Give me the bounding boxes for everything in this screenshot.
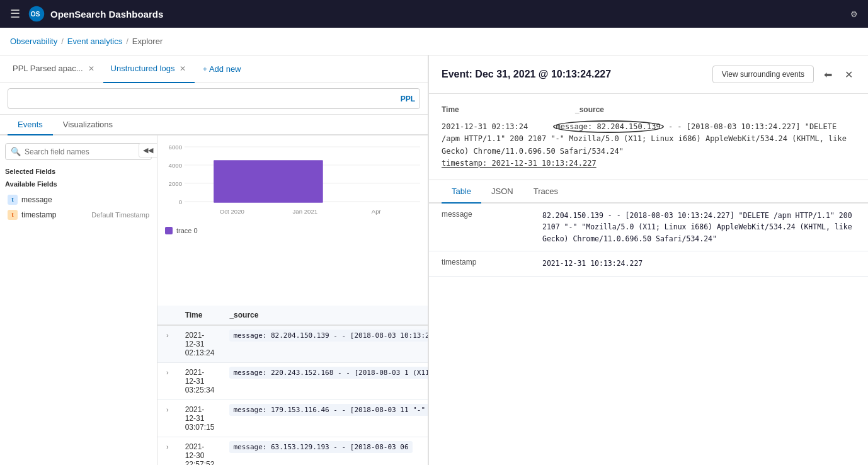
ppl-badge: PPL bbox=[401, 95, 415, 103]
field-message[interactable]: t message bbox=[5, 193, 152, 207]
field-default-label: Default Timestamp bbox=[91, 211, 149, 219]
detail-row-timestamp: timestamp 2021-12-31 10:13:24.227 bbox=[429, 251, 868, 276]
col-expand bbox=[157, 306, 178, 325]
chart-legend: trace 0 bbox=[165, 227, 420, 234]
svg-text:Jan 2021: Jan 2021 bbox=[293, 208, 318, 215]
breadcrumb-event-analytics[interactable]: Event analytics bbox=[67, 37, 122, 46]
dock-panel-button[interactable]: ⬅ bbox=[821, 66, 835, 83]
event-detail-header: Event: Dec 31, 2021 @ 10:13:24.227 View … bbox=[429, 55, 868, 94]
event-log-area: Time _source 2021-12-31 02:13:24 message… bbox=[429, 94, 868, 180]
row-time-3: 2021-12-30 22:57:52 bbox=[178, 437, 222, 465]
svg-text:Oct 2020: Oct 2020 bbox=[220, 208, 244, 215]
app-title: OpenSearch Dashboards bbox=[50, 9, 163, 20]
field-search-input[interactable] bbox=[25, 147, 146, 156]
field-message-name: message bbox=[21, 195, 52, 204]
tab-ppl-close-icon[interactable]: ✕ bbox=[87, 63, 96, 74]
results-table-area: Time _source › 2021-12-31 02:13:24 messa… bbox=[157, 306, 428, 466]
search-bar: source = apache_logs PPL bbox=[0, 83, 428, 115]
table-row: › 2021-12-30 22:57:52 message: 63.153.12… bbox=[157, 437, 428, 465]
tab-unstructured-logs[interactable]: Unstructured logs ✕ bbox=[103, 55, 195, 83]
log-message-highlight: message: 82.204.150.139 bbox=[553, 120, 664, 133]
available-fields-label: Available Fields bbox=[5, 180, 152, 188]
row-time-0: 2021-12-31 02:13:24 bbox=[178, 325, 222, 363]
tab-unstructured-label: Unstructured logs bbox=[111, 64, 175, 73]
log-col-source: _source bbox=[575, 104, 855, 116]
app-logo: OS OpenSearch Dashboards bbox=[28, 5, 163, 23]
tab-visualizations[interactable]: Visualizations bbox=[53, 115, 123, 135]
row-expand-icon-2[interactable]: › bbox=[165, 405, 170, 415]
top-navigation: ☰ OS OpenSearch Dashboards ⚙ bbox=[0, 0, 868, 28]
row-log-0: message: 82.204.150.139 - - [2018-08-03 … bbox=[229, 330, 428, 342]
collapse-sidebar-button[interactable]: ◀◀ bbox=[139, 143, 157, 158]
col-source: _source bbox=[222, 306, 428, 325]
log-time-value: 2021-12-31 02:13:24 bbox=[442, 122, 528, 131]
svg-text:6000: 6000 bbox=[169, 144, 182, 151]
field-search-container: 🔍 bbox=[5, 143, 152, 160]
detail-tab-bar: Table JSON Traces bbox=[429, 180, 868, 204]
row-source-1: message: 220.243.152.168 - - [2018-08-03… bbox=[222, 362, 428, 399]
field-type-ts-icon: t bbox=[8, 210, 18, 220]
close-panel-button[interactable]: ✕ bbox=[842, 66, 855, 83]
tab-bar: PPL Parsed apac... ✕ Unstructured logs ✕… bbox=[0, 55, 428, 83]
breadcrumb-observability[interactable]: Observability bbox=[10, 37, 57, 46]
main-layout: PPL Parsed apac... ✕ Unstructured logs ✕… bbox=[0, 55, 868, 465]
table-row: › 2021-12-31 03:25:34 message: 220.243.1… bbox=[157, 362, 428, 399]
detail-tab-traces[interactable]: Traces bbox=[523, 180, 568, 204]
svg-rect-10 bbox=[214, 160, 323, 203]
row-expand-icon-1[interactable]: › bbox=[165, 367, 170, 377]
field-type-text-icon: t bbox=[8, 195, 18, 205]
results-table: Time _source › 2021-12-31 02:13:24 messa… bbox=[157, 306, 428, 466]
view-surrounding-button[interactable]: View surrounding events bbox=[712, 66, 814, 83]
table-row: › 2021-12-31 02:13:24 message: 82.204.15… bbox=[157, 325, 428, 363]
sidebar-fields: ◀◀ 🔍 Selected Fields Available Fields t … bbox=[0, 135, 157, 465]
table-row: › 2021-12-31 03:07:15 message: 179.153.1… bbox=[157, 399, 428, 437]
detail-value-timestamp: 2021-12-31 10:13:24.227 bbox=[530, 251, 868, 276]
tab-unstructured-close-icon[interactable]: ✕ bbox=[178, 63, 187, 74]
row-log-1: message: 220.243.152.168 - - [2018-08-03… bbox=[229, 367, 428, 379]
row-expand-icon-3[interactable]: › bbox=[165, 442, 170, 452]
tab-ppl-parsed[interactable]: PPL Parsed apac... ✕ bbox=[5, 55, 103, 83]
detail-table-container: message 82.204.150.139 - - [2018-08-03 1… bbox=[429, 204, 868, 465]
field-timestamp[interactable]: t timestamp Default Timestamp bbox=[5, 208, 152, 222]
log-col-time: Time bbox=[442, 104, 555, 116]
detail-tab-json[interactable]: JSON bbox=[481, 180, 523, 204]
row-time-2: 2021-12-31 03:07:15 bbox=[178, 399, 222, 437]
search-icon: 🔍 bbox=[11, 147, 21, 156]
nav-right: ⚙ bbox=[850, 9, 858, 19]
query-input[interactable]: source = apache_logs bbox=[8, 88, 420, 109]
row-log-2: message: 179.153.116.46 - - [2018-08-03 … bbox=[229, 404, 428, 416]
detail-value-message: 82.204.150.139 - - [2018-08-03 10:13:24.… bbox=[530, 204, 868, 251]
field-timestamp-name: timestamp bbox=[21, 210, 56, 219]
svg-text:0: 0 bbox=[179, 198, 182, 205]
chart-table-area: 6000 4000 2000 0 Oct 2020 Jan 2021 bbox=[157, 135, 428, 465]
col-time: Time bbox=[178, 306, 222, 325]
detail-tab-table[interactable]: Table bbox=[442, 180, 481, 204]
row-log-3: message: 63.153.129.193 - - [2018-08-03 … bbox=[229, 441, 412, 453]
hamburger-icon[interactable]: ☰ bbox=[10, 7, 20, 21]
row-time-1: 2021-12-31 03:25:34 bbox=[178, 362, 222, 399]
tab-ppl-label: PPL Parsed apac... bbox=[13, 64, 83, 73]
tab-add-new[interactable]: + Add new bbox=[195, 64, 248, 74]
tab-events[interactable]: Events bbox=[8, 115, 53, 135]
gear-icon[interactable]: ⚙ bbox=[850, 9, 858, 19]
detail-field-timestamp: timestamp bbox=[429, 251, 530, 276]
row-expand-icon-0[interactable]: › bbox=[165, 330, 170, 340]
sub-tab-bar: Events Visualizations bbox=[0, 115, 428, 135]
row-source-3: message: 63.153.129.193 - - [2018-08-03 … bbox=[222, 437, 428, 465]
row-source-0: message: 82.204.150.139 - - [2018-08-03 … bbox=[222, 325, 428, 363]
selected-fields-label: Selected Fields bbox=[5, 168, 152, 175]
legend-color-trace0 bbox=[165, 227, 173, 234]
event-detail-title: Event: Dec 31, 2021 @ 10:13:24.227 bbox=[442, 69, 705, 80]
breadcrumb: Observability / Event analytics / Explor… bbox=[0, 28, 868, 55]
content-area: ◀◀ 🔍 Selected Fields Available Fields t … bbox=[0, 135, 428, 465]
detail-field-message: message bbox=[429, 204, 530, 251]
legend-label-trace0: trace 0 bbox=[176, 227, 198, 234]
breadcrumb-sep-2: / bbox=[126, 37, 128, 46]
detail-row-message: message 82.204.150.139 - - [2018-08-03 1… bbox=[429, 204, 868, 251]
event-detail-panel: Event: Dec 31, 2021 @ 10:13:24.227 View … bbox=[428, 55, 868, 465]
row-source-2: message: 179.153.116.46 - - [2018-08-03 … bbox=[222, 399, 428, 437]
detail-table: message 82.204.150.139 - - [2018-08-03 1… bbox=[429, 204, 868, 277]
event-log-cols: Time _source bbox=[442, 104, 855, 116]
histogram-chart: 6000 4000 2000 0 Oct 2020 Jan 2021 bbox=[165, 141, 420, 222]
log-timestamp-highlight: timestamp: 2021-12-31 10:13:24.227 bbox=[442, 159, 597, 168]
